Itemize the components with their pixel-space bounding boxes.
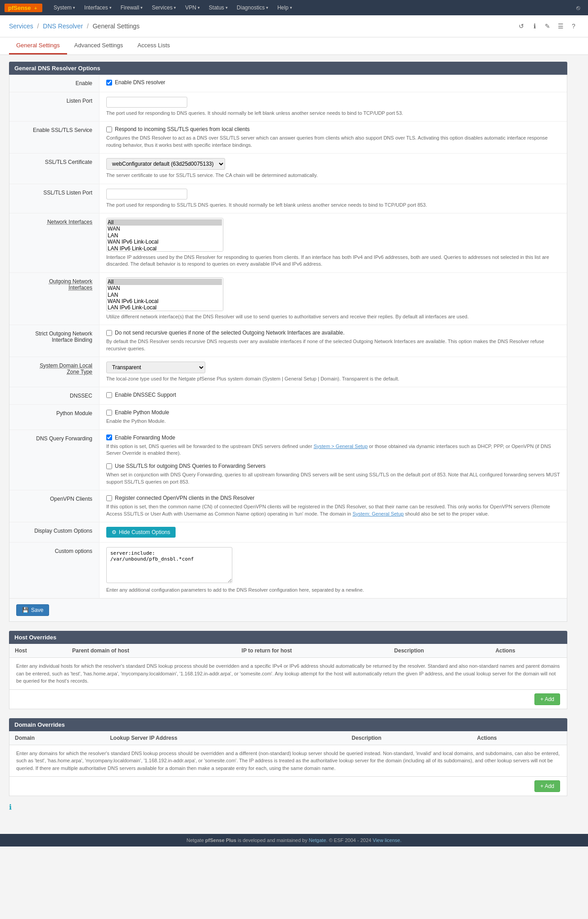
label-custom-options: Custom options	[9, 543, 100, 598]
nav-help[interactable]: Help ▾	[273, 0, 297, 15]
custom-options-textarea[interactable]: server:include: /var/unbound/pfb_dnsbl.*…	[106, 547, 232, 583]
section-header-host-overrides: Host Overrides	[9, 631, 567, 644]
label-dnssec: DNSSEC	[9, 387, 100, 404]
ssl-forwarding-checkbox[interactable]	[106, 463, 112, 469]
chevron-down-icon: ▾	[198, 5, 200, 10]
nav-vpn[interactable]: VPN ▾	[181, 0, 204, 15]
col-actions: Actions	[490, 644, 567, 658]
nav-right-actions: ⎋	[573, 2, 583, 13]
logout-button[interactable]: ⎋	[573, 2, 583, 13]
row-display-custom-options: Display Custom Options ⚙ Hide Custom Opt…	[9, 522, 567, 543]
openvpn-clients-checkbox[interactable]	[106, 495, 112, 501]
ssl-listen-port-input[interactable]: 853	[106, 189, 187, 199]
nav-firewall[interactable]: Firewall ▾	[116, 0, 147, 15]
tab-general-settings[interactable]: General Settings	[9, 37, 67, 54]
python-module-label[interactable]: Enable Python Module	[115, 409, 169, 416]
col-domain: Domain	[9, 731, 105, 745]
save-label: Save	[31, 607, 43, 613]
dnssec-checkbox[interactable]	[106, 392, 112, 398]
outgoing-option-all: All	[108, 279, 222, 285]
tab-advanced-settings[interactable]: Advanced Settings	[67, 37, 130, 54]
option-all: All	[108, 219, 222, 226]
view-license-link[interactable]: View license.	[373, 838, 402, 843]
enable-checkbox-row: Enable DNS resolver	[106, 79, 560, 86]
hide-custom-options-button[interactable]: ⚙ Hide Custom Options	[106, 527, 176, 538]
main-content: General DNS Resolver Options Enable Enab…	[0, 55, 576, 825]
tabs-container: General Settings Advanced Settings Acces…	[0, 37, 588, 55]
footer-text: Netgate pfSense Plus is developed and ma…	[186, 838, 402, 843]
nav-system[interactable]: System ▾	[49, 0, 80, 15]
outgoing-interfaces-select[interactable]: All WAN LAN WAN IPv6 Link-Local LAN IPv6…	[106, 277, 223, 311]
label-ssl-cert: SSL/TLS Certificate	[9, 154, 100, 183]
nav-interfaces[interactable]: Interfaces ▾	[80, 0, 116, 15]
system-general-setup-link-1[interactable]: System > General Setup	[313, 444, 367, 449]
ssl-tls-checkbox[interactable]	[106, 127, 112, 132]
dnssec-label[interactable]: Enable DNSSEC Support	[115, 392, 176, 398]
label-display-custom-options: Display Custom Options	[9, 522, 100, 542]
openvpn-clients-label[interactable]: Register connected OpenVPN clients in th…	[115, 495, 254, 501]
network-interfaces-help: Interface IP addresses used by the DNS R…	[106, 254, 560, 268]
domain-overrides-info: Enter any domains for which the resolver…	[9, 745, 567, 777]
brand-logo[interactable]: pfSense +	[5, 4, 42, 12]
system-domain-select[interactable]: Transparent Static Deny Refuse Redirect …	[106, 362, 205, 373]
tab-access-lists[interactable]: Access Lists	[130, 37, 177, 54]
breadcrumb-dns-resolver[interactable]: DNS Resolver	[43, 23, 83, 30]
content-custom-options: server:include: /var/unbound/pfb_dnsbl.*…	[100, 543, 567, 598]
domain-overrides-add-button[interactable]: + Add	[534, 780, 560, 792]
system-general-setup-link-2[interactable]: System: General Setup	[353, 511, 404, 516]
ssl-listen-port-help: The port used for responding to SSL/TLS …	[106, 202, 560, 208]
help-circle-button[interactable]: ℹ	[529, 21, 540, 32]
outgoing-interfaces-wrapper: All WAN LAN WAN IPv6 Link-Local LAN IPv6…	[106, 277, 223, 311]
ssl-forwarding-label[interactable]: Use SSL/TLS for outgoing DNS Queries to …	[115, 463, 266, 469]
nav-services[interactable]: Services ▾	[147, 0, 181, 15]
label-ssl-listen-port: SSL/TLS Listen Port	[9, 184, 100, 213]
ssl-cert-select[interactable]: webConfigurator default (63d25d0075133)	[106, 158, 225, 170]
python-module-checkbox[interactable]	[106, 410, 112, 416]
content-outgoing-interfaces: All WAN LAN WAN IPv6 Link-Local LAN IPv6…	[100, 273, 567, 325]
row-custom-options: Custom options server:include: /var/unbo…	[9, 543, 567, 598]
forwarding-mode-label[interactable]: Enable Forwarding Mode	[115, 435, 175, 441]
ssl-tls-label[interactable]: Respond to incoming SSL/TLS queries from…	[115, 126, 249, 132]
chevron-down-icon: ▾	[290, 5, 292, 10]
ssl-forwarding-row: Use SSL/TLS for outgoing DNS Queries to …	[106, 463, 560, 469]
dns-forwarding-help: If this option is set, DNS queries will …	[106, 443, 560, 457]
list-button[interactable]: ☰	[555, 21, 566, 32]
reload-button[interactable]: ↺	[516, 21, 527, 32]
domain-overrides-header-row: Domain Lookup Server IP Address Descript…	[9, 731, 567, 745]
content-dnssec: Enable DNSSEC Support	[100, 387, 567, 404]
netgate-link[interactable]: Netgate	[309, 838, 326, 843]
row-dnssec: DNSSEC Enable DNSSEC Support	[9, 387, 567, 405]
ssl-tls-help: Configures the DNS Resolver to act as a …	[106, 135, 560, 149]
label-system-domain: System Domain LocalZone Type	[9, 357, 100, 387]
strict-outgoing-checkbox[interactable]	[106, 330, 112, 336]
content-ssl-cert: webConfigurator default (63d25d0075133) …	[100, 154, 567, 183]
label-openvpn-clients: OpenVPN Clients	[9, 490, 100, 522]
enable-checkbox-label[interactable]: Enable DNS resolver	[115, 79, 165, 86]
breadcrumb-services[interactable]: Services	[9, 23, 33, 30]
content-python-module: Enable Python Module Enable the Python M…	[100, 405, 567, 429]
host-overrides-info: Enter any individual hosts for which the…	[9, 658, 567, 690]
forwarding-mode-checkbox[interactable]	[106, 435, 112, 440]
strict-outgoing-label[interactable]: Do not send recursive queries if none of…	[115, 330, 344, 336]
network-interfaces-wrapper: All WAN LAN WAN IPv6 Link-Local LAN IPv6…	[106, 218, 223, 252]
breadcrumb-bar: Services / DNS Resolver / General Settin…	[0, 15, 588, 37]
col-description: Description	[389, 644, 490, 658]
question-button[interactable]: ?	[568, 21, 579, 32]
strict-outgoing-checkbox-row: Do not send recursive queries if none of…	[106, 330, 560, 336]
enable-checkbox[interactable]	[106, 80, 112, 86]
label-python-module: Python Module	[9, 405, 100, 429]
breadcrumb-current: General Settings	[93, 23, 140, 30]
save-button[interactable]: 💾 Save	[16, 604, 49, 616]
nav-diagnostics[interactable]: Diagnostics ▾	[232, 0, 273, 15]
info-circle-icon[interactable]: ℹ	[9, 803, 12, 811]
edit-button[interactable]: ✎	[542, 21, 553, 32]
row-python-module: Python Module Enable Python Module Enabl…	[9, 405, 567, 430]
host-overrides-table: Host Parent domain of host IP to return …	[9, 644, 567, 658]
navbar: pfSense + System ▾ Interfaces ▾ Firewall…	[0, 0, 588, 15]
row-dns-query-forwarding: DNS Query Forwarding Enable Forwarding M…	[9, 430, 567, 491]
host-overrides-add-button[interactable]: + Add	[534, 693, 560, 705]
nav-status[interactable]: Status ▾	[204, 0, 232, 15]
listen-port-input[interactable]: 53	[106, 97, 187, 108]
option-wan-ipv6: WAN IPv6 Link-Local	[108, 239, 222, 245]
network-interfaces-select[interactable]: All WAN LAN WAN IPv6 Link-Local LAN IPv6…	[106, 218, 223, 252]
